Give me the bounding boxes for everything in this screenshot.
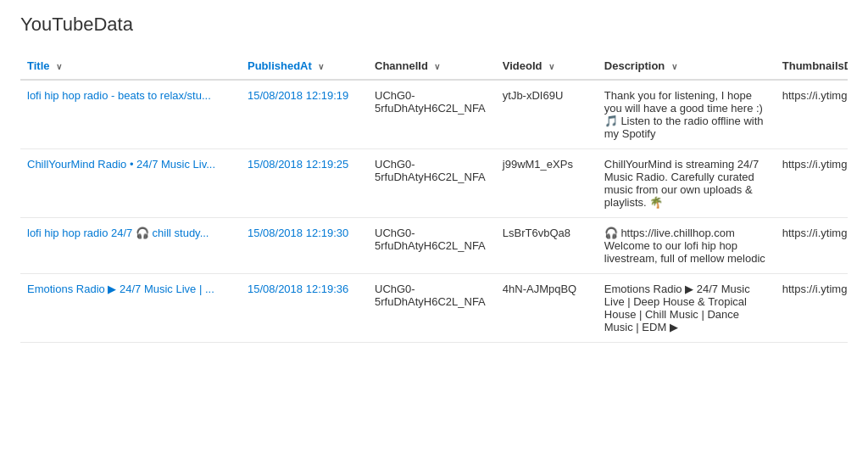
cell-title: Emotions Radio ▶ 24/7 Music Live | ... bbox=[20, 274, 241, 343]
cell-video: j99wM1_eXPs bbox=[496, 149, 598, 218]
cell-description: 🎧 https://live.chillhop.com Welcome to o… bbox=[598, 218, 776, 274]
cell-thumbnails: https://i.ytimg.co tJb-xDI69U/default_ bbox=[776, 80, 848, 149]
cell-published: 15/08/2018 12:19:25 bbox=[241, 149, 368, 218]
data-table: Title ∨ PublishedAt ∨ ChannelId ∨ VideoI… bbox=[20, 53, 848, 343]
cell-channel: UChG0-5rfuDhAtyH6C2L_NFA bbox=[368, 274, 496, 343]
cell-description: ChillYourMind is streaming 24/7 Music Ra… bbox=[598, 149, 776, 218]
table-row: lofi hip hop radio 24/7 🎧 chill study...… bbox=[20, 218, 848, 274]
cell-published: 15/08/2018 12:19:19 bbox=[241, 80, 368, 149]
sort-icon-video: ∨ bbox=[548, 62, 554, 71]
table-row: ChillYourMind Radio • 24/7 Music Liv...1… bbox=[20, 149, 848, 218]
sort-icon-channel: ∨ bbox=[434, 62, 440, 71]
cell-video: 4hN-AJMpqBQ bbox=[496, 274, 598, 343]
table-header-row: Title ∨ PublishedAt ∨ ChannelId ∨ VideoI… bbox=[20, 53, 848, 80]
col-header-video[interactable]: VideoId ∨ bbox=[496, 53, 598, 80]
cell-published: 15/08/2018 12:19:36 bbox=[241, 274, 368, 343]
cell-description: Emotions Radio ▶ 24/7 Music Live | Deep … bbox=[598, 274, 776, 343]
cell-video: LsBrT6vbQa8 bbox=[496, 218, 598, 274]
cell-channel: UChG0-5rfuDhAtyH6C2L_NFA bbox=[368, 80, 496, 149]
cell-title: lofi hip hop radio 24/7 🎧 chill study... bbox=[20, 218, 241, 274]
data-table-container: Title ∨ PublishedAt ∨ ChannelId ∨ VideoI… bbox=[20, 53, 848, 343]
table-row: Emotions Radio ▶ 24/7 Music Live | ...15… bbox=[20, 274, 848, 343]
sort-icon-description: ∨ bbox=[671, 62, 677, 71]
sort-icon-published: ∨ bbox=[318, 62, 324, 71]
cell-thumbnails: https://i.ytimg.co 99wM1_eXPs/de ve.jpg bbox=[776, 149, 848, 218]
cell-channel: UChG0-5rfuDhAtyH6C2L_NFA bbox=[368, 218, 496, 274]
app-title: YouTubeData bbox=[20, 14, 848, 36]
cell-video: ytJb-xDI69U bbox=[496, 80, 598, 149]
sort-icon-title: ∨ bbox=[56, 62, 62, 71]
table-row: lofi hip hop radio - beats to relax/stu.… bbox=[20, 80, 848, 149]
cell-thumbnails: https://i.ytimg.co hN-AJMpqBQ/defa pg bbox=[776, 274, 848, 343]
cell-published: 15/08/2018 12:19:30 bbox=[241, 218, 368, 274]
cell-description: Thank you for listening, I hope you will… bbox=[598, 80, 776, 149]
cell-thumbnails: https://i.ytimg.co sBrT6vbQa8/def e.jpg bbox=[776, 218, 848, 274]
col-header-thumbnails: ThumbnailsDefa bbox=[776, 53, 848, 80]
cell-title: ChillYourMind Radio • 24/7 Music Liv... bbox=[20, 149, 241, 218]
cell-channel: UChG0-5rfuDhAtyH6C2L_NFA bbox=[368, 149, 496, 218]
col-header-published[interactable]: PublishedAt ∨ bbox=[241, 53, 368, 80]
col-header-channel[interactable]: ChannelId ∨ bbox=[368, 53, 496, 80]
cell-title: lofi hip hop radio - beats to relax/stu.… bbox=[20, 80, 241, 149]
col-header-description[interactable]: Description ∨ bbox=[598, 53, 776, 80]
col-header-title[interactable]: Title ∨ bbox=[20, 53, 241, 80]
